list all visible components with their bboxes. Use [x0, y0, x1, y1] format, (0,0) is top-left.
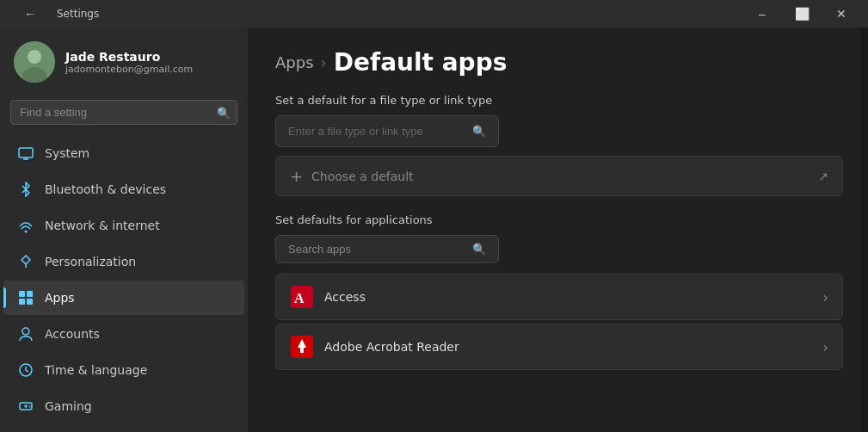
- svg-point-6: [25, 231, 28, 233]
- sidebar: Jade Restauro jadomontebon@gmail.com 🔍 S…: [0, 28, 248, 432]
- adobe-acrobat-chevron-icon: ›: [823, 339, 828, 355]
- search-box: 🔍: [10, 100, 237, 125]
- search-apps-input[interactable]: [288, 243, 465, 256]
- sidebar-item-label-time: Time & language: [45, 363, 147, 377]
- sidebar-item-gaming[interactable]: Gaming: [3, 389, 244, 423]
- file-type-input[interactable]: [288, 125, 465, 138]
- time-icon: [17, 361, 34, 379]
- page-title: Default apps: [334, 48, 508, 77]
- svg-text:A: A: [294, 291, 305, 305]
- svg-point-18: [29, 406, 31, 408]
- maximize-button[interactable]: ⬜: [782, 0, 822, 28]
- svg-rect-22: [300, 348, 304, 353]
- user-name: Jade Restauro: [65, 50, 193, 64]
- sidebar-item-accounts[interactable]: Accounts: [3, 317, 244, 351]
- close-button[interactable]: ✕: [822, 0, 861, 28]
- accounts-icon: [17, 325, 34, 343]
- network-icon: [17, 217, 34, 234]
- breadcrumb-separator: ›: [321, 53, 327, 71]
- app-row-adobe-acrobat[interactable]: Adobe Acrobat Reader ›: [275, 324, 843, 370]
- sidebar-item-label-gaming: Gaming: [45, 399, 92, 413]
- svg-rect-11: [27, 299, 33, 305]
- svg-rect-3: [19, 148, 33, 157]
- sidebar-item-apps[interactable]: Apps: [3, 281, 244, 315]
- sidebar-item-personalization[interactable]: Personalization: [3, 244, 244, 279]
- sidebar-item-label-system: System: [45, 146, 89, 160]
- sidebar-item-label-apps: Apps: [45, 291, 75, 305]
- sidebar-item-time[interactable]: Time & language: [3, 353, 244, 387]
- sidebar-item-label-bluetooth: Bluetooth & devices: [45, 182, 166, 196]
- search-apps-box: 🔍: [275, 235, 499, 263]
- access-app-name: Access: [324, 290, 366, 304]
- external-link-icon: ↗: [818, 170, 828, 183]
- title-bar-controls: – ⬜ ✕: [742, 0, 861, 28]
- avatar: [14, 41, 55, 83]
- system-icon: [17, 145, 34, 162]
- search-input[interactable]: [10, 100, 237, 125]
- scrollbar-track[interactable]: [861, 28, 868, 432]
- choose-default-left: + Choose a default: [290, 167, 414, 185]
- sidebar-item-label-network: Network & internet: [45, 219, 160, 232]
- sidebar-item-bluetooth[interactable]: Bluetooth & devices: [3, 172, 244, 207]
- minimize-button[interactable]: –: [742, 0, 782, 28]
- file-type-search-icon: 🔍: [472, 125, 486, 138]
- adobe-acrobat-icon: [290, 335, 314, 359]
- app-row-access[interactable]: A Access ›: [275, 274, 843, 320]
- svg-rect-9: [27, 291, 33, 297]
- app-row-adobe-left: Adobe Acrobat Reader: [290, 335, 459, 359]
- choose-default-row[interactable]: + Choose a default ↗: [275, 156, 843, 196]
- adobe-acrobat-name: Adobe Acrobat Reader: [324, 340, 459, 354]
- bluetooth-icon: [17, 181, 34, 198]
- file-type-box: 🔍: [275, 115, 499, 147]
- access-chevron-icon: ›: [823, 289, 828, 305]
- svg-rect-8: [19, 291, 25, 297]
- app-row-access-left: A Access: [290, 285, 366, 309]
- sidebar-item-label-personalization: Personalization: [45, 255, 136, 268]
- breadcrumb-link[interactable]: Apps: [275, 53, 314, 71]
- content-area: Apps › Default apps Set a default for a …: [248, 28, 861, 432]
- user-profile: Jade Restauro jadomontebon@gmail.com: [0, 28, 248, 93]
- user-info: Jade Restauro jadomontebon@gmail.com: [65, 50, 193, 75]
- search-apps-icon: 🔍: [472, 243, 486, 256]
- nav-items: System Bluetooth & devices: [0, 135, 248, 424]
- sidebar-item-network[interactable]: Network & internet: [3, 208, 244, 243]
- apps-section-title: Set defaults for applications: [275, 213, 834, 226]
- sidebar-item-label-accounts: Accounts: [45, 327, 100, 341]
- svg-rect-10: [19, 299, 25, 305]
- breadcrumb: Apps › Default apps: [275, 48, 834, 77]
- svg-point-17: [28, 404, 30, 406]
- title-bar: ← Settings – ⬜ ✕: [0, 0, 868, 28]
- main-layout: Jade Restauro jadomontebon@gmail.com 🔍 S…: [0, 28, 868, 432]
- svg-point-1: [28, 50, 41, 64]
- svg-point-12: [22, 328, 29, 335]
- back-button[interactable]: ←: [10, 0, 50, 28]
- title-bar-title: Settings: [57, 8, 99, 20]
- file-type-section-title: Set a default for a file type or link ty…: [275, 94, 834, 107]
- user-email: jadomontebon@gmail.com: [65, 64, 193, 75]
- access-app-icon: A: [290, 285, 314, 309]
- title-bar-left: ← Settings: [10, 0, 99, 28]
- plus-icon: +: [290, 167, 303, 185]
- apps-icon: [17, 289, 34, 306]
- sidebar-item-system[interactable]: System: [3, 136, 244, 170]
- choose-default-label: Choose a default: [311, 170, 413, 183]
- gaming-icon: [17, 398, 34, 415]
- personalization-icon: [17, 253, 34, 270]
